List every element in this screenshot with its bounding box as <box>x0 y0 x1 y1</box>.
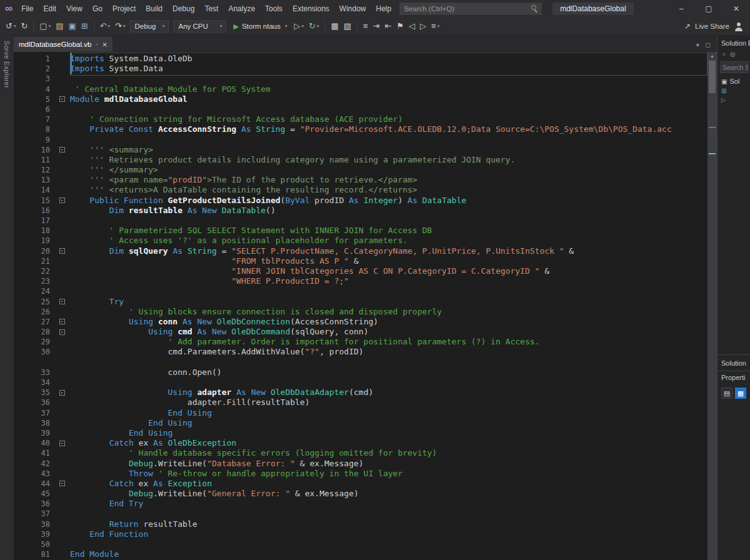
code-line[interactable]: 45 Debug.WriteLine("General Error: " & e… <box>14 489 708 499</box>
close-tab-icon[interactable]: ✕ <box>102 41 108 48</box>
code-line[interactable]: 10- ''' <summary> <box>14 145 708 155</box>
active-files-dropdown-icon[interactable]: ▾ <box>696 42 699 48</box>
code-line[interactable]: 30 cmd.Parameters.AddWithValue("?", prod… <box>14 347 708 357</box>
code-line[interactable]: 19 ' Access uses '?' as a positional pla… <box>14 236 708 246</box>
code-line[interactable]: 38 Return resultTable <box>14 519 708 529</box>
start-debugging-button[interactable]: ▶Storm ntaus▾ <box>229 22 291 31</box>
code-editor[interactable]: 1Imports System.Data.OleDb2Imports Syste… <box>14 52 717 560</box>
code-line[interactable]: 37 <box>14 509 708 519</box>
code-line[interactable]: 8 Private Const AccessConnString As Stri… <box>14 124 708 134</box>
minimize-button[interactable]: – <box>668 0 695 18</box>
menu-help[interactable]: Help <box>371 4 397 13</box>
maximize-button[interactable]: ▢ <box>695 0 722 18</box>
scrollbar-up-icon[interactable]: ▲ <box>708 52 717 58</box>
code-line[interactable]: 43 Throw ' Re-throw or handle appropriat… <box>14 469 708 479</box>
alphabetical-view-icon[interactable]: ▦ <box>735 388 746 399</box>
save-icon[interactable]: ▣ <box>66 21 78 32</box>
code-line[interactable]: 36 adapter.Fill(resultTable) <box>14 398 708 408</box>
menu-window[interactable]: Window <box>334 4 371 13</box>
scrollbar-thumb[interactable] <box>709 61 716 93</box>
navigate-forward-icon[interactable]: ↻ <box>19 21 29 32</box>
visual-studio-logo-icon[interactable]: ∞ <box>5 2 12 15</box>
solution-explorer-sync-icon[interactable]: ▦ <box>329 21 340 32</box>
collapse-toggle-icon[interactable]: - <box>54 388 70 398</box>
sync-with-active-document-icon[interactable]: ◎ <box>730 51 736 58</box>
code-line[interactable]: 25- Try <box>14 297 708 307</box>
float-window-icon[interactable]: ▢ <box>705 42 711 48</box>
code-line[interactable] <box>14 358 708 368</box>
close-button[interactable]: ✕ <box>722 0 750 18</box>
code-line[interactable]: 17 <box>14 216 708 226</box>
redo-icon[interactable]: ↷▾ <box>113 21 127 32</box>
code-line[interactable]: 2Imports System.Data <box>14 64 708 74</box>
menu-analyze[interactable]: Analyze <box>223 4 260 13</box>
code-line[interactable]: 28- Using cmd As New OleDbCommand(sqlQue… <box>14 327 708 337</box>
code-line[interactable]: 34 <box>14 378 708 388</box>
solution-search-box[interactable]: Search So <box>720 61 749 73</box>
code-line[interactable]: 33 conn.Open() <box>14 368 708 378</box>
menu-project[interactable]: Project <box>108 4 141 13</box>
categorized-view-icon[interactable]: ▤ <box>721 388 732 399</box>
start-without-debugging-icon[interactable]: ▷▾ <box>292 21 306 32</box>
solution-pane-tab[interactable]: Solution <box>718 357 750 369</box>
collapse-toggle-icon[interactable]: - <box>54 297 70 307</box>
code-line[interactable]: 9 <box>14 135 708 145</box>
menu-test[interactable]: Test <box>199 4 223 13</box>
code-line[interactable]: 37 End Using <box>14 408 708 418</box>
code-line[interactable]: 21 "FROM tblProducts AS P " & <box>14 256 708 266</box>
solution-platforms-dropdown[interactable]: Any CPU▾ <box>174 21 226 32</box>
code-line[interactable]: 44- Catch ex As Exception <box>14 479 708 489</box>
previous-bookmark-icon[interactable]: ◁ <box>407 21 417 32</box>
open-folder-icon[interactable]: ▤ <box>54 21 65 32</box>
code-line[interactable]: 39 End Using <box>14 428 708 438</box>
code-line[interactable]: 81End Module <box>14 549 708 559</box>
code-line[interactable]: 36 End Try <box>14 499 708 509</box>
indent-decrease-icon[interactable]: ⇤ <box>383 21 394 32</box>
properties-pane-tab[interactable]: Properti <box>718 371 750 384</box>
project-node[interactable]: ⊞ <box>718 86 750 96</box>
code-line[interactable]: 6 <box>14 104 708 114</box>
code-line[interactable]: 38 End Using <box>14 418 708 428</box>
menu-edit[interactable]: Edit <box>38 4 61 13</box>
code-line[interactable]: 42 Debug.WriteLine("Database Error: " & … <box>14 459 708 469</box>
server-explorer-tab[interactable]: Sorve Explorer <box>3 41 11 88</box>
collapse-toggle-icon[interactable]: - <box>54 246 70 256</box>
menu-go[interactable]: Go <box>88 4 108 13</box>
tab-mdldatabaseglobal[interactable]: mdlDatabaseGlobal.vb ▫ ✕ <box>14 37 112 52</box>
menu-view[interactable]: View <box>61 4 88 13</box>
account-icon[interactable] <box>734 22 744 31</box>
more-commands-icon[interactable]: ≡▾ <box>429 21 441 32</box>
live-share-button[interactable]: Live Share <box>695 22 729 30</box>
collapse-toggle-icon[interactable]: - <box>54 145 70 155</box>
code-line[interactable]: 11 ''' Retrieves product details includi… <box>14 155 708 165</box>
undo-icon[interactable]: ↶▾ <box>98 21 112 32</box>
code-area[interactable]: 1Imports System.Data.OleDb2Imports Syste… <box>14 52 708 560</box>
code-line[interactable]: 12 ''' </summary> <box>14 165 708 175</box>
code-line[interactable]: 40- Catch ex As OleDbException <box>14 438 708 448</box>
code-line[interactable]: 41 ' Handle database specific errors (lo… <box>14 448 708 458</box>
code-line[interactable]: 39 End Function <box>14 529 708 539</box>
save-all-icon[interactable]: ⊞ <box>79 21 90 32</box>
find-in-files-icon[interactable]: ▧ <box>342 21 353 32</box>
code-line[interactable]: 26 ' Using blocks ensure connection is c… <box>14 307 708 317</box>
collapse-all-icon[interactable]: ○ <box>722 51 726 58</box>
line-comment-icon[interactable]: ≡ <box>361 21 370 32</box>
code-line[interactable]: 50 <box>14 539 708 549</box>
code-line[interactable]: 4 ' Central Database Module for POS Syst… <box>14 84 708 94</box>
menu-debug[interactable]: Debug <box>168 4 199 13</box>
code-line[interactable]: 20- Dim sqlQuery As String = "SELECT P.P… <box>14 246 708 256</box>
next-bookmark-icon[interactable]: ▷ <box>418 21 428 32</box>
quick-search-box[interactable]: Search (Ctrl+Q) <box>399 2 542 16</box>
collapse-toggle-icon[interactable]: - <box>54 479 70 489</box>
solution-configurations-dropdown[interactable]: Debug▾ <box>130 21 169 32</box>
code-line[interactable]: 14 ''' <returns>A DataTable containing t… <box>14 185 708 195</box>
navigate-backward-icon[interactable]: ↺▾ <box>4 21 18 32</box>
code-line[interactable]: 22 "INNER JOIN tblCategories AS C ON P.C… <box>14 266 708 276</box>
collapse-toggle-icon[interactable]: - <box>54 327 70 337</box>
code-line[interactable]: 1Imports System.Data.OleDb <box>14 54 708 64</box>
code-line[interactable]: 13 ''' <param name="prodID">The ID of th… <box>14 175 708 185</box>
code-line[interactable]: 3 <box>14 74 708 84</box>
collapse-toggle-icon[interactable]: - <box>54 196 70 206</box>
code-line[interactable]: 16 Dim resultTable As New DataTable() <box>14 206 708 216</box>
menu-extensions[interactable]: Extensions <box>288 4 334 13</box>
